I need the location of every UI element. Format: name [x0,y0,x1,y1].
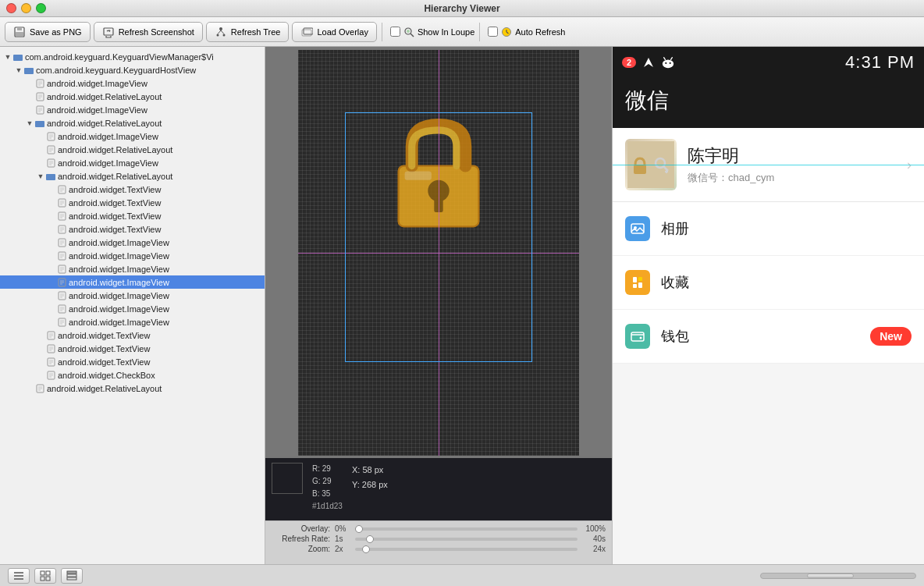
tree-item[interactable]: android.widget.CheckBox [0,368,265,382]
overlay-slider[interactable] [355,527,578,531]
zoom-label: Zoom: [272,545,330,553]
tree-item[interactable]: android.widget.RelativeLayout [0,90,265,103]
tree-item[interactable]: android.widget.TextView [0,355,265,368]
tree-item[interactable]: android.widget.RelativeLayout [0,143,265,156]
compact-view-button[interactable] [61,568,83,584]
close-button[interactable] [6,3,16,13]
load-overlay-button[interactable]: Load Overlay [292,22,376,42]
svg-rect-1 [17,27,22,30]
tree-item-label: android.widget.ImageView [69,251,169,261]
tree-item-label: android.widget.ImageView [69,238,169,247]
save-png-button[interactable]: Save as PNG [5,22,91,42]
scroll-thumb[interactable] [807,574,853,578]
save-png-label: Save as PNG [30,27,82,37]
tree-item-label: android.widget.TextView [58,331,150,340]
tree-item[interactable]: android.widget.ImageView [0,156,265,169]
refresh-max: 40s [582,535,606,543]
grid-view-button[interactable] [34,568,56,584]
tree-item[interactable]: android.widget.ImageView [0,289,265,302]
overlay-thumb[interactable] [355,525,363,533]
svg-rect-31 [35,121,44,127]
tree-item[interactable]: android.widget.ImageView [0,249,265,262]
tree-item[interactable]: android.widget.TextView [0,183,265,196]
wallet-icon [625,324,650,349]
tree-item[interactable]: ▼com.android.keyguard.KeyguardHostView [0,63,265,76]
tree-item[interactable]: android.widget.TextView [0,329,265,342]
svg-rect-128 [633,284,637,288]
svg-point-115 [665,62,666,64]
file-icon [56,317,67,328]
file-icon [56,237,67,248]
tree-item[interactable]: ▼com.android.keyguard.KeyguardViewManage… [0,50,265,63]
tree-item[interactable]: ▼android.widget.RelativeLayout [0,116,265,130]
tree-item[interactable]: android.widget.ImageView [0,275,265,289]
tree-item[interactable]: android.widget.TextView [0,209,265,222]
file-icon [56,304,67,314]
file-icon [34,78,45,89]
tree-item[interactable]: android.widget.ImageView [0,302,265,315]
folder-icon [45,171,56,182]
phone-status-bar: 2 4:31 PM [613,47,924,78]
maximize-button[interactable] [36,3,46,13]
compact-view-icon [66,570,77,581]
file-icon [45,131,56,142]
tree-item[interactable]: android.widget.ImageView [0,262,265,275]
show-in-loupe-checkbox[interactable] [390,27,400,37]
auto-refresh-checkbox[interactable] [488,27,498,37]
tree-item[interactable]: android.widget.ImageView [0,103,265,116]
profile-section[interactable]: 陈宇明 微信号：chad_cym › [613,128,924,202]
color-info: R: 29 G: 29 B: 35 #1d1d23 [312,463,343,510]
svg-rect-3 [104,28,113,35]
tree-item[interactable]: android.widget.TextView [0,222,265,236]
menu-item-favorites[interactable]: 收藏 [613,256,924,310]
zoom-min: 2x [335,545,350,553]
minimize-button[interactable] [21,3,31,13]
folder-icon [12,51,23,62]
save-icon [13,26,26,38]
window-title: Hierarchy Viewer [424,3,499,14]
svg-point-116 [670,62,671,64]
zoom-slider-row: Zoom: 2x 24x [272,545,606,553]
horizontal-scrollbar[interactable] [760,573,916,579]
tree-item-label: android.widget.TextView [58,344,150,353]
tree-item[interactable]: android.widget.TextView [0,342,265,355]
refresh-thumb[interactable] [366,535,374,543]
tree-item[interactable]: android.widget.TextView [0,196,265,209]
tree-item-label: android.widget.RelativeLayout [47,92,162,101]
tree-item[interactable]: ▼android.widget.RelativeLayout [0,169,265,183]
favorites-icon [625,270,650,295]
menu-item-wallet[interactable]: 钱包 New [613,310,924,364]
refresh-tree-label: Refresh Tree [231,27,281,37]
tree-item[interactable]: android.widget.RelativeLayout [0,382,265,395]
svg-rect-141 [67,574,76,577]
tree-item-label: android.widget.ImageView [69,278,169,287]
tree-item[interactable]: android.widget.ImageView [0,130,265,143]
tree-item-label: android.widget.TextView [69,211,161,221]
zoom-thumb[interactable] [362,545,370,553]
svg-marker-113 [644,58,653,67]
title-bar: Hierarchy Viewer [0,0,924,17]
tree-item-label: com.android.keyguard.KeyguardHostView [36,66,196,75]
svg-rect-137 [46,571,50,575]
refresh-tree-button[interactable]: Refresh Tree [206,22,290,42]
svg-line-12 [410,34,414,37]
tree-item[interactable]: android.widget.ImageView [0,315,265,329]
folder-icon [23,65,34,76]
screenshot-area[interactable] [265,47,612,458]
color-swatch [272,463,303,494]
file-icon [45,158,56,169]
svg-point-4 [219,27,222,30]
menu-item-album[interactable]: 相册 [613,202,924,256]
tree-panel[interactable]: ▼com.android.keyguard.KeyguardViewManage… [0,47,265,564]
svg-rect-18 [24,68,34,74]
tree-item[interactable]: android.widget.ImageView [0,76,265,90]
photo-icon [630,221,645,236]
list-view-button[interactable] [8,568,30,584]
zoom-slider[interactable] [355,548,578,551]
grid-view-icon [40,570,51,581]
refresh-slider[interactable] [355,538,578,541]
tree-item[interactable]: android.widget.ImageView [0,236,265,249]
color-b: B: 35 [312,488,343,500]
profile-wechat-id: 微信号：chad_cym [688,171,896,185]
refresh-screenshot-button[interactable]: Refresh Screenshot [94,22,203,42]
